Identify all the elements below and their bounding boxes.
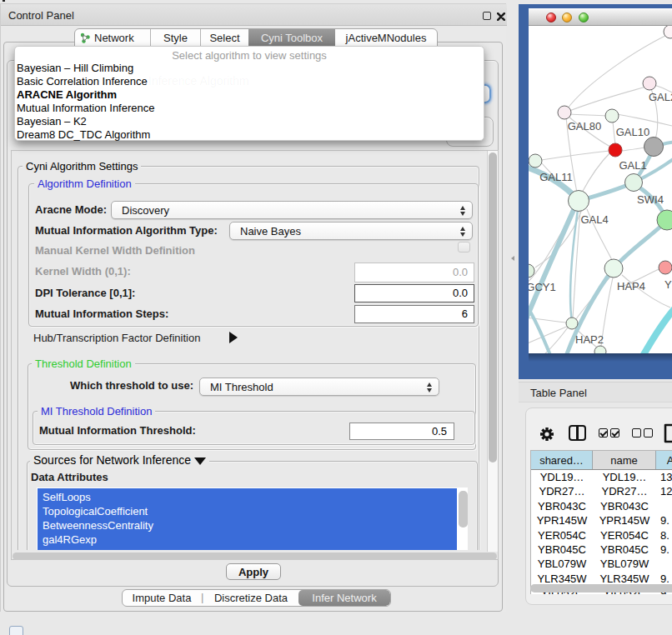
svg-text:GAL1: GAL1 [619,159,646,172]
svg-text:GAL2: GAL2 [649,91,672,103]
svg-text:GAL80: GAL80 [568,120,601,132]
svg-text:SWI4: SWI4 [637,193,664,206]
svg-text:Y: Y [664,278,672,291]
svg-text:GAL10: GAL10 [616,126,649,138]
svg-text:GCY1: GCY1 [529,281,556,293]
svg-text:GAL4: GAL4 [580,213,608,226]
svg-text:GAL11: GAL11 [539,171,573,183]
svg-text:HAP2: HAP2 [575,333,604,346]
svg-text:HAP4: HAP4 [617,280,645,292]
